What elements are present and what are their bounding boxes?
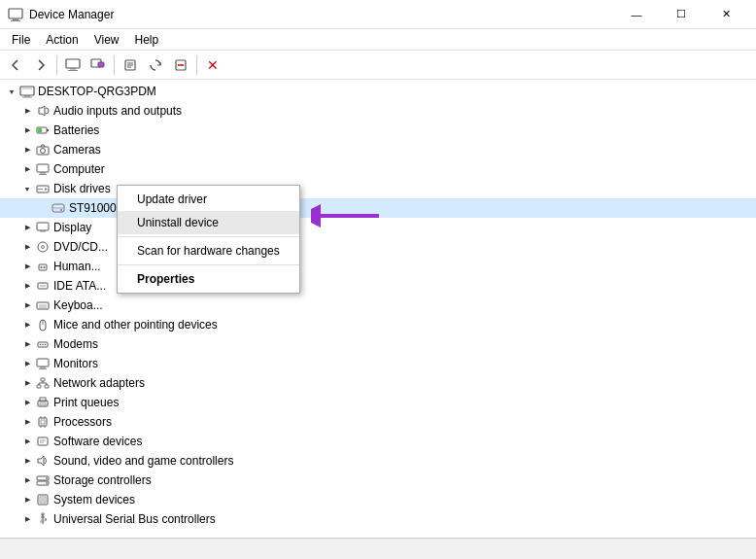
monitor-icon-btn[interactable] [86, 53, 110, 77]
root-label: DESKTOP-QRG3PDM [38, 85, 156, 98]
tree-item-disk-device[interactable]: ST91000640AS [0, 198, 756, 218]
toolbar-sep-1 [56, 55, 57, 75]
expand-storage[interactable] [19, 472, 35, 488]
sound-label: Sound, video and game controllers [53, 454, 233, 468]
tree-item-usb[interactable]: Universal Serial Bus controllers [0, 509, 756, 529]
display-label: Display [53, 221, 91, 234]
ide-icon [35, 278, 51, 294]
close-button[interactable]: ✕ [704, 0, 748, 29]
expand-monitors[interactable] [19, 356, 35, 371]
minimize-button[interactable]: — [614, 0, 659, 29]
refresh-btn[interactable] [144, 53, 167, 77]
svg-rect-25 [40, 172, 46, 174]
menu-view[interactable]: View [86, 31, 127, 49]
context-menu-uninstall-device[interactable]: Uninstall device [118, 211, 299, 234]
tree-item-disk-drives[interactable]: Disk drives [0, 179, 756, 198]
expand-batteries[interactable] [19, 122, 35, 138]
tree-item-software-devices[interactable]: Software devices [0, 432, 756, 451]
svg-point-49 [45, 344, 47, 346]
tree-item-mice[interactable]: Mice and other pointing devices [0, 315, 756, 334]
mice-label: Mice and other pointing devices [53, 318, 218, 332]
expand-disk-drives[interactable] [19, 181, 35, 196]
window-controls: — ☐ ✕ [614, 0, 748, 29]
expand-cameras[interactable] [19, 142, 35, 157]
expand-root[interactable] [4, 84, 19, 99]
expand-human[interactable] [19, 259, 35, 274]
tree-item-processors[interactable]: Processors [0, 412, 756, 432]
computer-label: Computer [53, 162, 105, 176]
tree-view[interactable]: DESKTOP-QRG3PDM Audio inputs and outputs [0, 80, 756, 538]
svg-rect-55 [45, 385, 49, 388]
software-devices-icon [35, 434, 51, 449]
expand-mice[interactable] [19, 317, 35, 332]
tree-item-modems[interactable]: Modems [0, 334, 756, 354]
audio-label: Audio inputs and outputs [53, 104, 182, 118]
svg-rect-26 [39, 174, 47, 175]
keyboard-icon [35, 297, 51, 313]
context-menu-update-driver[interactable]: Update driver [118, 188, 299, 211]
expand-computer[interactable] [19, 161, 35, 177]
menu-help[interactable]: Help [127, 31, 167, 49]
expand-ide[interactable] [19, 278, 35, 294]
expand-network[interactable] [19, 375, 35, 391]
usb-label: Universal Serial Bus controllers [53, 512, 216, 526]
expand-print[interactable] [19, 395, 35, 410]
tree-item-network[interactable]: Network adapters [0, 373, 756, 393]
computer-icon-btn[interactable] [61, 53, 85, 77]
battery-icon [35, 122, 51, 138]
tree-item-sound[interactable]: Sound, video and game controllers [0, 451, 756, 471]
svg-rect-53 [41, 378, 45, 381]
svg-point-47 [40, 344, 42, 346]
expand-software-devices[interactable] [19, 434, 35, 449]
tree-item-keyboard[interactable]: Keyboa... [0, 296, 756, 315]
expand-keyboard[interactable] [19, 297, 35, 313]
main-content: DESKTOP-QRG3PDM Audio inputs and outputs [0, 80, 756, 538]
batteries-label: Batteries [53, 123, 99, 137]
expand-modems[interactable] [19, 336, 35, 352]
properties-btn[interactable] [119, 53, 142, 77]
sound-icon [35, 453, 51, 469]
svg-rect-50 [37, 359, 49, 367]
tree-item-cameras[interactable]: Cameras [0, 140, 756, 159]
svg-rect-4 [70, 68, 76, 70]
expand-usb[interactable] [19, 511, 35, 527]
svg-point-38 [41, 266, 43, 268]
svg-rect-24 [37, 164, 49, 172]
tree-item-computer[interactable]: Computer [0, 159, 756, 179]
menu-action[interactable]: Action [38, 31, 86, 49]
forward-button[interactable] [29, 53, 52, 77]
tree-item-human[interactable]: Human... [0, 257, 756, 276]
tree-item-display[interactable]: Display [0, 218, 756, 237]
back-button[interactable] [4, 53, 27, 77]
tree-item-batteries[interactable]: Batteries [0, 121, 756, 140]
expand-sound[interactable] [19, 453, 35, 469]
context-menu-scan-hardware[interactable]: Scan for hardware changes [118, 239, 299, 262]
svg-point-39 [44, 266, 46, 268]
toolbar: ✕ [0, 51, 756, 80]
menu-file[interactable]: File [4, 31, 38, 49]
expand-processors[interactable] [19, 414, 35, 430]
svg-rect-7 [98, 62, 104, 67]
dvd-icon [35, 239, 51, 255]
maximize-button[interactable]: ☐ [659, 0, 704, 29]
tree-item-ide[interactable]: IDE ATA... [0, 276, 756, 296]
tree-item-dvd[interactable]: DVD/CD... [0, 237, 756, 257]
tree-item-audio[interactable]: Audio inputs and outputs [0, 101, 756, 121]
title-bar: Device Manager — ☐ ✕ [0, 0, 756, 29]
svg-rect-20 [47, 129, 49, 131]
delete-btn[interactable]: ✕ [201, 53, 224, 77]
expand-display[interactable] [19, 220, 35, 235]
tree-root[interactable]: DESKTOP-QRG3PDM [0, 82, 756, 101]
tree-item-print[interactable]: Print queues [0, 393, 756, 412]
svg-point-28 [45, 188, 47, 190]
tree-item-storage[interactable]: Storage controllers [0, 471, 756, 490]
context-menu-properties[interactable]: Properties [118, 267, 299, 291]
monitor-icon [35, 356, 51, 371]
tree-item-monitors[interactable]: Monitors [0, 354, 756, 373]
expand-audio[interactable] [19, 103, 35, 119]
ide-label: IDE ATA... [53, 279, 106, 293]
tree-item-system-devices[interactable]: System devices [0, 490, 756, 509]
uninstall-btn[interactable] [169, 53, 192, 77]
expand-dvd[interactable] [19, 239, 35, 255]
expand-system-devices[interactable] [19, 492, 35, 507]
